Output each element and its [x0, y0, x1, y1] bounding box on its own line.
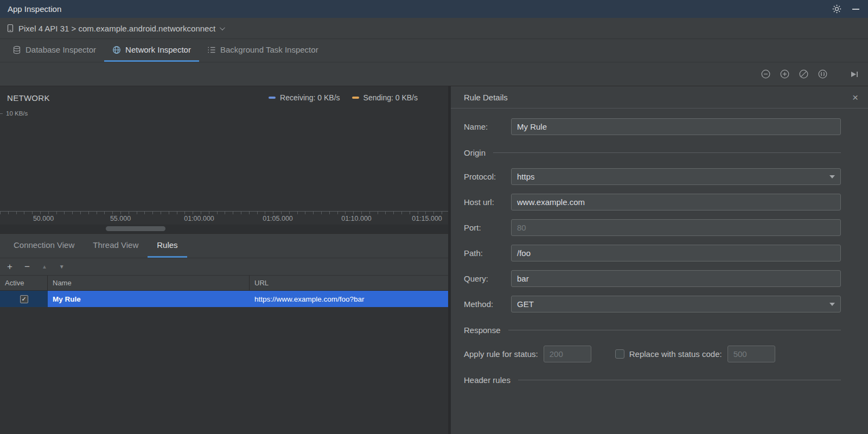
origin-section-header: Origin — [464, 148, 841, 157]
table-row[interactable]: ✓ My Rule https://www.example.com/foo?ba… — [0, 291, 448, 307]
section-divider — [493, 152, 841, 153]
replace-status-field[interactable] — [727, 346, 775, 362]
replace-status-label: Replace with status code: — [629, 349, 722, 359]
replace-status-checkbox[interactable] — [615, 349, 624, 359]
network-chart-title: NETWORK — [7, 93, 50, 103]
view-tab-label: Rules — [157, 240, 177, 250]
header-rules-section-title: Header rules — [464, 375, 510, 385]
path-row: Path: — [464, 245, 841, 261]
protocol-value: https — [517, 172, 535, 181]
main-content: NETWORK Receiving: 0 KB/s Sending: 0 KB/… — [0, 86, 868, 434]
host-field[interactable] — [511, 194, 841, 210]
receiving-swatch-icon — [269, 97, 276, 99]
app-inspection-window: App Inspection — [0, 0, 868, 434]
rule-url-cell: https://www.example.com/foo?bar — [250, 291, 448, 307]
method-value: GET — [517, 299, 534, 309]
rule-details-form: Name: Origin Protocol: https Host url: — [451, 108, 868, 395]
rule-active-cell: ✓ — [0, 291, 48, 307]
y-axis-label: 10 KB/s — [6, 110, 28, 117]
tab-connection-view[interactable]: Connection View — [4, 234, 84, 258]
port-row: Port: — [464, 219, 841, 236]
tab-database-inspector[interactable]: Database Inspector — [4, 39, 104, 62]
titlebar-actions — [832, 4, 859, 14]
rule-details-header: Rule Details × — [451, 86, 868, 108]
gear-icon[interactable] — [832, 4, 841, 14]
column-header-name[interactable]: Name — [48, 276, 250, 290]
timeline-scrollbar-thumb[interactable] — [106, 226, 165, 231]
view-tab-bar: Connection View Thread View Rules — [0, 233, 448, 258]
column-header-url[interactable]: URL — [250, 276, 448, 290]
apply-status-field[interactable] — [544, 346, 591, 362]
legend-sending: Sending: 0 KB/s — [352, 93, 418, 102]
protocol-row: Protocol: https — [464, 168, 841, 185]
response-section-header: Response — [464, 326, 841, 335]
move-rule-up-icon[interactable]: ▲ — [42, 264, 47, 270]
protocol-dropdown[interactable]: https — [511, 168, 841, 185]
host-label: Host url: — [464, 197, 511, 207]
tick-label: 50.000 — [33, 215, 54, 222]
tab-label: Database Inspector — [25, 45, 96, 54]
minimize-icon[interactable] — [852, 9, 859, 10]
zoom-in-icon[interactable] — [780, 69, 790, 79]
tab-rules[interactable]: Rules — [148, 234, 187, 258]
timeline-toolbar — [0, 62, 868, 86]
jump-to-live-icon[interactable] — [850, 69, 859, 79]
device-process-selector[interactable]: Pixel 4 API 31 > com.example.android.net… — [0, 18, 868, 39]
tick-label: 01:10.000 — [341, 215, 372, 222]
path-field[interactable] — [511, 245, 841, 261]
chart-header: NETWORK Receiving: 0 KB/s Sending: 0 KB/… — [0, 86, 448, 103]
rules-table-header: Active Name URL — [0, 276, 448, 291]
name-label: Name: — [464, 122, 511, 131]
port-label: Port: — [464, 223, 511, 232]
method-dropdown[interactable]: GET — [511, 296, 841, 312]
device-phone-icon — [7, 24, 14, 33]
rule-active-checkbox[interactable]: ✓ — [20, 295, 28, 303]
remove-rule-icon[interactable]: − — [24, 262, 30, 271]
zoom-to-selection-icon[interactable] — [818, 69, 828, 79]
protocol-label: Protocol: — [464, 172, 511, 181]
reset-zoom-icon[interactable] — [799, 69, 809, 79]
tick-label: 01:15.000 — [412, 215, 442, 222]
origin-section-title: Origin — [464, 148, 486, 157]
status-code-row: Apply rule for status: Replace with stat… — [464, 346, 841, 362]
tab-network-inspector[interactable]: Network Inspector — [104, 39, 199, 62]
tab-background-task-inspector[interactable]: Background Task Inspector — [199, 39, 327, 62]
device-process-label: Pixel 4 API 31 > com.example.android.net… — [18, 24, 215, 33]
timeline-scrollbar — [0, 225, 448, 233]
globe-icon — [112, 46, 121, 54]
close-icon[interactable]: × — [852, 92, 858, 103]
rule-details-title: Rule Details — [464, 93, 508, 102]
tick-label: 01:00.000 — [184, 215, 214, 222]
move-rule-down-icon[interactable]: ▼ — [59, 264, 65, 270]
host-row: Host url: — [464, 194, 841, 210]
title-bar: App Inspection — [0, 0, 868, 18]
name-row: Name: — [464, 118, 841, 135]
add-rule-icon[interactable]: + — [7, 262, 12, 271]
response-section-title: Response — [464, 326, 501, 335]
rules-table-empty-area — [0, 307, 448, 434]
rule-name-cell: My Rule — [48, 291, 250, 307]
view-tab-label: Thread View — [93, 240, 138, 250]
axis-tick-labels: 50.000 55.000 01:00.000 01:05.000 01:10.… — [0, 214, 448, 224]
chart-legend: Receiving: 0 KB/s Sending: 0 KB/s — [269, 93, 418, 102]
query-field[interactable] — [511, 270, 841, 287]
task-list-icon — [207, 46, 216, 54]
rule-details-panel: Rule Details × Name: Origin Protocol: ht… — [451, 86, 868, 434]
legend-sending-label: Sending: 0 KB/s — [363, 93, 418, 102]
window-title: App Inspection — [8, 4, 61, 14]
network-panel: NETWORK Receiving: 0 KB/s Sending: 0 KB/… — [0, 86, 451, 434]
dropdown-arrow-icon — [829, 303, 835, 306]
network-timeline-chart[interactable]: NETWORK Receiving: 0 KB/s Sending: 0 KB/… — [0, 86, 448, 211]
tick-label: 01:05.000 — [263, 215, 293, 222]
section-divider — [508, 330, 841, 330]
zoom-out-icon[interactable] — [761, 69, 771, 79]
rules-toolbar: + − ▲ ▼ — [0, 258, 448, 276]
header-rules-section-header: Header rules — [464, 375, 841, 385]
name-field[interactable] — [511, 118, 841, 135]
inspector-tab-bar: Database Inspector Network Inspector B — [0, 39, 868, 62]
port-field[interactable] — [511, 219, 841, 236]
dropdown-arrow-icon — [829, 175, 835, 178]
tab-thread-view[interactable]: Thread View — [84, 234, 148, 258]
apply-status-label: Apply rule for status: — [464, 349, 538, 359]
column-header-active[interactable]: Active — [0, 276, 48, 290]
